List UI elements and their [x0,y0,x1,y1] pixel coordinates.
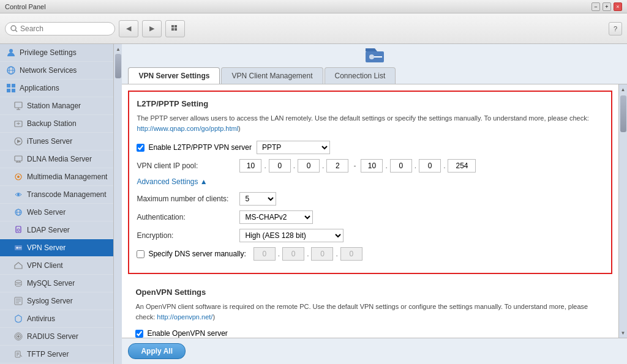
svg-marker-56 [366,48,377,51]
sidebar-item-web-server[interactable]: Web Server [0,204,113,221]
encryption-select[interactable]: High (AES 128 bit) Medium (AES 64 bit) N… [239,229,344,242]
tabs-bar: VPN Server Settings VPN Client Managemen… [128,65,621,84]
sidebar-wrapper: Privilege Settings Network Services Appl… [0,44,122,364]
ip-start-4[interactable] [326,159,348,173]
grid-icon [171,24,179,33]
svg-rect-4 [171,28,174,31]
sidebar-item-tftp-server[interactable]: TFTP Server [0,346,113,363]
dns-ip-3[interactable] [311,247,333,261]
enable-vpn-checkbox-row: Enable L2TP/PPTP VPN server [137,143,252,152]
window-title: Control Panel [5,3,46,10]
vpn-header-icon [362,46,387,65]
svg-rect-12 [7,89,10,92]
openvpn-link[interactable]: http://openvpn.net/ [157,313,212,321]
dns-checkbox[interactable] [137,250,145,258]
dns-ip-4[interactable] [340,247,362,261]
content-area: VPN Server Settings VPN Client Managemen… [122,44,627,364]
max-clients-label: Maximum number of clients: [137,195,235,203]
sidebar-item-backup-station[interactable]: Backup Station [0,115,113,133]
sidebar-item-applications[interactable]: Applications [0,80,113,97]
backup-station-icon [13,119,23,128]
sidebar-item-label: VPN Client [27,261,63,270]
max-clients-select[interactable]: 5 10 20 50 [239,192,276,206]
sidebar-item-vpn-server[interactable]: VPN Server [0,239,113,257]
svg-rect-13 [12,89,15,92]
enable-openvpn-checkbox-row: Enable OpenVPN server [135,329,227,338]
sidebar-item-label: RADIUS Server [27,332,78,341]
sidebar-item-multimedia-management[interactable]: Multimedia Management [0,168,113,186]
content-scroll-down[interactable]: ▼ [620,329,626,336]
ip-end-1[interactable] [361,159,383,173]
l2tp-pptp-link[interactable]: http://www.qnap.com/go/pptp.html [137,125,238,132]
tab-vpn-client-management[interactable]: VPN Client Management [221,67,323,84]
svg-rect-22 [15,156,22,161]
sidebar-scrollbar[interactable]: ▲ [113,44,122,364]
sidebar-scroll-up[interactable]: ▲ [115,45,121,53]
sidebar-item-label: DLNA Media Server [27,155,92,163]
sidebar-item-radius-server[interactable]: RADIUS Server [0,328,113,346]
search-icon [10,25,18,32]
sidebar-item-dlna-media-server[interactable]: DLNA Media Server [0,150,113,168]
svg-point-45 [17,335,20,338]
sidebar-item-ldap-server[interactable]: LDAP Server [0,221,113,239]
vpn-client-icon [13,261,23,270]
panel-content: L2TP/PPTP Setting The PPTP server allows… [122,84,618,338]
sidebar-item-transcode-management[interactable]: Transcode Management [0,186,113,204]
ip-end-3[interactable] [419,159,441,173]
tab-connection-list[interactable]: Connection List [325,67,396,84]
sidebar-scroll-thumb[interactable] [115,54,121,78]
svg-rect-11 [12,84,15,87]
toolbar: ◀ ▶ ? [0,13,627,44]
applications-icon [6,83,16,93]
dlna-icon [13,154,23,164]
station-manager-icon [13,101,23,111]
ip-start-2[interactable] [269,159,291,173]
advanced-settings-link[interactable]: Advanced Settings ▲ [137,177,207,186]
search-box[interactable] [5,22,115,35]
content-scroll-thumb[interactable] [620,95,626,132]
maximize-button[interactable]: + [603,2,611,11]
antivirus-icon [13,314,23,324]
sidebar-item-label: Backup Station [27,119,77,128]
help-button[interactable]: ? [609,22,622,35]
svg-point-6 [9,49,13,53]
sidebar-item-antivirus[interactable]: Antivirus [0,310,113,328]
enable-openvpn-label: Enable OpenVPN server [147,329,227,338]
sidebar-item-privilege-settings[interactable]: Privilege Settings [0,44,113,62]
enable-openvpn-checkbox[interactable] [135,330,143,338]
sidebar-item-network-services[interactable]: Network Services [0,62,113,80]
authentication-label: Authentication: [137,213,235,221]
panel-with-scrollbar: L2TP/PPTP Setting The PPTP server allows… [122,84,627,338]
sidebar-item-label: Web Server [27,208,66,217]
bottom-bar: Apply All [122,338,627,364]
apply-all-button[interactable]: Apply All [128,343,186,359]
sidebar-item-label: VPN Server [27,243,66,252]
sidebar-item-syslog-server[interactable]: Syslog Server [0,292,113,310]
dns-ip-2[interactable] [282,247,304,261]
content-scroll-up[interactable]: ▲ [620,86,626,93]
minimize-button[interactable]: − [591,2,600,11]
grid-view-button[interactable] [165,20,185,37]
sidebar-item-station-manager[interactable]: Station Manager [0,97,113,115]
search-input[interactable] [20,24,106,33]
sidebar-item-label: Applications [20,84,59,92]
enable-vpn-checkbox[interactable] [137,144,145,152]
ip-start-1[interactable] [239,159,261,173]
sidebar-item-vpn-client[interactable]: VPN Client [0,257,113,275]
sidebar-item-itunes-server[interactable]: iTunes Server [0,133,113,150]
ip-end-4[interactable] [448,159,476,173]
close-button[interactable]: × [614,2,622,11]
tab-vpn-server-settings[interactable]: VPN Server Settings [128,67,220,84]
content-scrollbar[interactable]: ▲ ▼ [618,84,627,338]
svg-rect-14 [15,102,22,108]
ip-end-2[interactable] [390,159,412,173]
protocol-select[interactable]: PPTP L2TP Both [257,141,330,154]
svg-point-33 [17,229,20,231]
dns-ip-1[interactable] [253,247,276,261]
sidebar-item-mysql-server[interactable]: MySQL Server [0,275,113,292]
authentication-select[interactable]: MS-CHAPv2 CHAP PAP [239,210,313,224]
back-button[interactable]: ◀ [119,20,138,37]
ip-start-3[interactable] [298,159,320,173]
forward-button[interactable]: ▶ [142,20,162,37]
sidebar-item-label: MySQL Server [27,279,75,288]
